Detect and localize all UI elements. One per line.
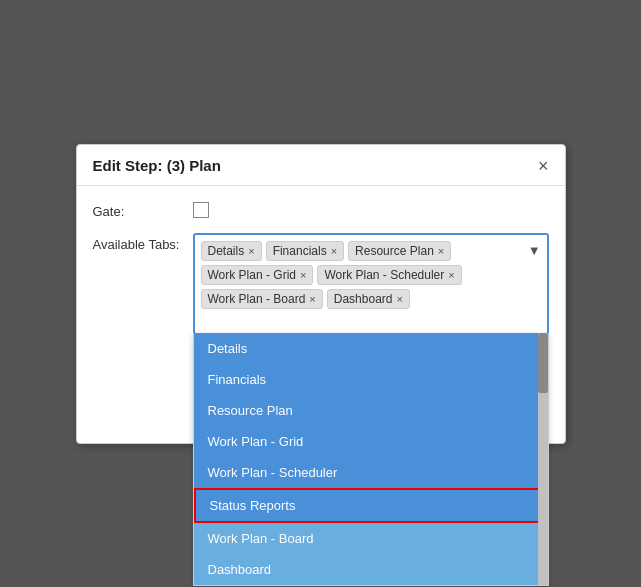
tag-label: Resource Plan	[355, 244, 434, 258]
modal-header: Edit Step: (3) Plan ×	[77, 145, 565, 186]
tag-remove-button[interactable]: ×	[438, 245, 444, 257]
scrollbar-thumb	[538, 333, 548, 393]
tag-remove-button[interactable]: ×	[309, 293, 315, 305]
dropdown-list: DetailsFinancialsResource PlanWork Plan …	[193, 333, 549, 586]
tag-item: Dashboard×	[327, 289, 410, 309]
tag-item: Financials×	[266, 241, 344, 261]
gate-checkbox[interactable]	[193, 202, 209, 218]
gate-row: Gate:	[93, 200, 549, 219]
edit-step-modal: Edit Step: (3) Plan × Gate: Available Ta…	[76, 144, 566, 444]
tag-item: Work Plan - Board×	[201, 289, 323, 309]
tabs-field[interactable]: Details×Financials×Resource Plan×Work Pl…	[193, 233, 549, 335]
modal-overlay: Edit Step: (3) Plan × Gate: Available Ta…	[0, 0, 641, 587]
dropdown-item[interactable]: Details	[194, 333, 548, 364]
tag-remove-button[interactable]: ×	[300, 269, 306, 281]
dropdown-item[interactable]: Status Reports	[194, 488, 548, 523]
tabs-row: Available Tabs: Details×Financials×Resou…	[93, 233, 549, 335]
dropdown-item[interactable]: Resource Plan	[194, 395, 548, 426]
tag-label: Work Plan - Board	[208, 292, 306, 306]
tags-row: Details×Financials×Resource Plan×Work Pl…	[201, 241, 541, 309]
tab-search-input[interactable]	[201, 313, 221, 331]
close-button[interactable]: ×	[538, 157, 549, 175]
tag-remove-button[interactable]: ×	[448, 269, 454, 281]
modal-title: Edit Step: (3) Plan	[93, 157, 221, 174]
tag-label: Work Plan - Scheduler	[324, 268, 444, 282]
tag-label: Work Plan - Grid	[208, 268, 296, 282]
tag-remove-button[interactable]: ×	[331, 245, 337, 257]
tag-item: Details×	[201, 241, 262, 261]
dropdown-item[interactable]: Dashboard	[194, 554, 548, 585]
tag-label: Dashboard	[334, 292, 393, 306]
tag-remove-button[interactable]: ×	[248, 245, 254, 257]
tag-remove-button[interactable]: ×	[396, 293, 402, 305]
tabs-label: Available Tabs:	[93, 233, 193, 252]
tag-item: Resource Plan×	[348, 241, 451, 261]
dropdown-item[interactable]: Financials	[194, 364, 548, 395]
tag-label: Details	[208, 244, 245, 258]
dropdown-scrollbar[interactable]	[538, 333, 548, 585]
gate-label: Gate:	[93, 200, 193, 219]
dropdown-item[interactable]: Work Plan - Board	[194, 523, 548, 554]
tag-item: Work Plan - Grid×	[201, 265, 314, 285]
modal-body: Gate: Available Tabs: Details×Financials…	[77, 186, 565, 363]
dropdown-item[interactable]: Work Plan - Grid	[194, 426, 548, 457]
tag-label: Financials	[273, 244, 327, 258]
dropdown-arrow-icon[interactable]: ▼	[528, 243, 541, 258]
tag-item: Work Plan - Scheduler×	[317, 265, 461, 285]
dropdown-item[interactable]: Work Plan - Scheduler	[194, 457, 548, 488]
